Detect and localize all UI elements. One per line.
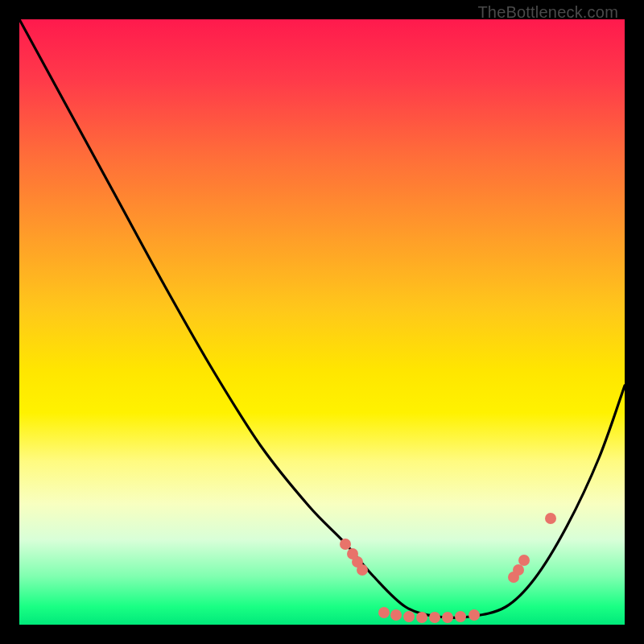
marker-dot [518,555,530,566]
chart-frame: TheBottleneck.com [0,0,644,644]
curve-layer [19,19,625,625]
marker-dot [513,564,524,576]
marker-dot [429,612,440,623]
marker-dot [442,612,453,623]
marker-dot [403,611,415,622]
plot-area [19,19,625,625]
marker-dot [357,564,368,576]
marker-dot [455,611,466,622]
marker-dot [378,607,390,618]
marker-dot [545,513,556,524]
marker-dot [469,609,480,621]
marker-dot [340,539,351,550]
bottleneck-curve [19,19,625,618]
marker-dot [416,612,427,623]
marker-dot [390,609,402,621]
marker-dots [340,513,556,623]
watermark-text: TheBottleneck.com [477,3,618,22]
